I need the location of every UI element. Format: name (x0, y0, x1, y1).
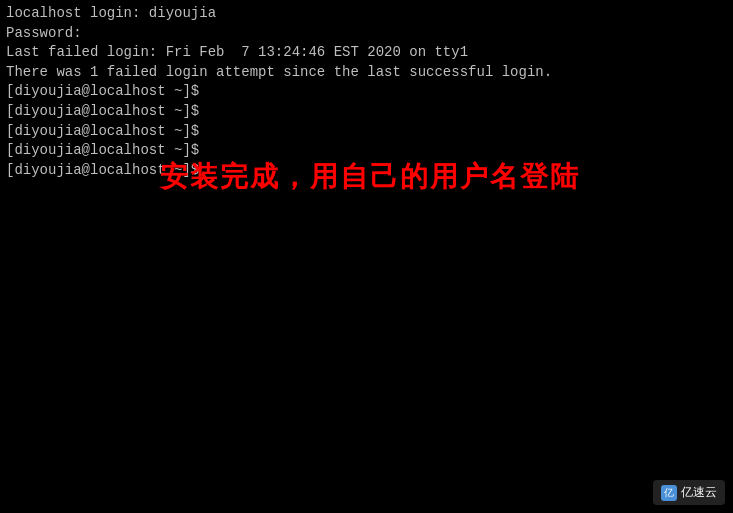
terminal-line: [diyoujia@localhost ~]$ (6, 82, 727, 102)
terminal-output: localhost login: diyoujiaPassword:Last f… (6, 4, 727, 180)
watermark-badge: 亿 亿速云 (653, 480, 725, 505)
terminal-line: Last failed login: Fri Feb 7 13:24:46 ES… (6, 43, 727, 63)
terminal-line: Password: (6, 24, 727, 44)
terminal-line: [diyoujia@localhost ~]$ (6, 102, 727, 122)
watermark-icon: 亿 (661, 485, 677, 501)
terminal-window: localhost login: diyoujiaPassword:Last f… (0, 0, 733, 513)
terminal-line: [diyoujia@localhost ~]$ (6, 122, 727, 142)
annotation-text: 安装完成，用自己的用户名登陆 (160, 158, 580, 196)
terminal-line: There was 1 failed login attempt since t… (6, 63, 727, 83)
terminal-line: localhost login: diyoujia (6, 4, 727, 24)
watermark-label: 亿速云 (681, 484, 717, 501)
